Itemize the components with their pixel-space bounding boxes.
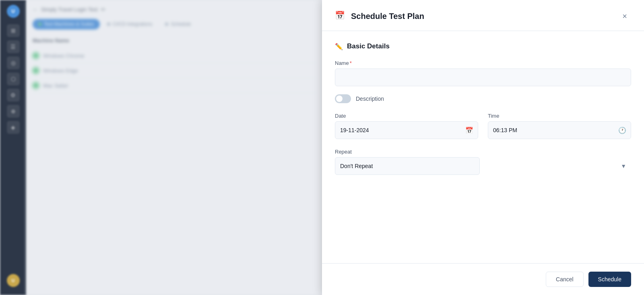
modal-body: ✏️ Basic Details Name* Description Date	[322, 31, 644, 263]
repeat-group: Repeat Don't Repeat Daily Weekly Monthly…	[335, 149, 631, 175]
repeat-select[interactable]: Don't Repeat Daily Weekly Monthly	[335, 157, 480, 175]
date-group: Date 📅	[335, 113, 478, 139]
tab-dot	[38, 23, 41, 26]
description-label: Description	[356, 96, 384, 102]
tabs-row: Test Machines & Suites CI/CD Integration…	[33, 19, 316, 29]
cancel-button[interactable]: Cancel	[546, 272, 584, 287]
machine-name-2: Windows Edge	[43, 68, 78, 74]
time-group: Time 🕐	[488, 113, 631, 139]
sidebar-icon-hex[interactable]: ⬡	[7, 73, 20, 85]
machine-row-3: Mac Safari	[33, 78, 316, 93]
sidebar-icon-list[interactable]: ☰	[7, 40, 20, 53]
modal-title: Schedule Test Plan	[351, 12, 424, 21]
back-arrow-icon: ←	[33, 6, 38, 12]
section-heading: Basic Details	[347, 42, 390, 50]
edit-icon: ✏	[101, 6, 105, 12]
name-input[interactable]	[335, 69, 631, 86]
background-panel: U ⊞ ☰ ◎ ⬡ ⚙ ⊕ ◈ U ← Simply Travel Login …	[0, 0, 322, 295]
pencil-icon: ✏️	[335, 43, 343, 50]
schedule-modal: 📅 Schedule Test Plan × ✏️ Basic Details …	[322, 0, 644, 295]
modal-title-group: 📅 Schedule Test Plan	[335, 10, 424, 22]
name-label: Name*	[335, 60, 631, 66]
schedule-button[interactable]: Schedule	[588, 272, 631, 287]
calendar-icon: 📅	[335, 10, 346, 22]
date-time-row: Date 📅 Time 🕐	[335, 113, 631, 139]
page-title: Simply Travel Login Test	[41, 6, 98, 12]
tab-machines[interactable]: Test Machines & Suites	[33, 19, 100, 29]
main-content-bg: ← Simply Travel Login Test ✏ Test Machin…	[26, 0, 322, 295]
machine-name-3: Mac Safari	[43, 83, 68, 89]
avatar: U	[7, 5, 20, 18]
tab-cicd[interactable]: CI/CD Integrations	[101, 19, 158, 29]
machine-row-2: Windows Edge	[33, 63, 316, 78]
date-label: Date	[335, 113, 478, 119]
time-input[interactable]	[488, 121, 631, 139]
bottom-avatar[interactable]: U	[7, 274, 20, 287]
machine-name-1: Windows Chrome	[43, 53, 85, 59]
sidebar-icon-plus[interactable]: ⊕	[7, 105, 20, 118]
basic-details-section-header: ✏️ Basic Details	[335, 42, 631, 50]
tab-dot-3	[165, 23, 168, 26]
sidebar-icon-gear[interactable]: ⚙	[7, 89, 20, 102]
sidebar: U ⊞ ☰ ◎ ⬡ ⚙ ⊕ ◈ U	[0, 0, 26, 295]
date-input[interactable]	[335, 121, 478, 139]
sidebar-icon-circle[interactable]: ◎	[7, 56, 20, 69]
description-toggle[interactable]	[335, 94, 351, 103]
machine-indicator-1	[33, 52, 39, 59]
modal-footer: Cancel Schedule	[322, 263, 644, 295]
time-label: Time	[488, 113, 631, 119]
name-field-group: Name*	[335, 60, 631, 86]
machine-row-1: Windows Chrome	[33, 48, 316, 63]
sidebar-icon-grid[interactable]: ⊞	[7, 24, 20, 37]
description-row: Description	[335, 94, 631, 103]
toggle-slider	[335, 94, 351, 103]
machine-indicator-2	[33, 67, 39, 74]
required-marker: *	[350, 60, 352, 66]
tab-schedule[interactable]: Schedule	[159, 19, 196, 29]
page-header: ← Simply Travel Login Test ✏	[33, 6, 316, 12]
machine-indicator-3	[33, 82, 39, 89]
close-button[interactable]: ×	[618, 10, 631, 23]
time-input-wrapper: 🕐	[488, 121, 631, 139]
tab-dot-2	[107, 23, 110, 26]
modal-header: 📅 Schedule Test Plan ×	[322, 0, 644, 31]
sidebar-icon-diamond[interactable]: ◈	[7, 121, 20, 134]
select-chevron-icon: ▼	[621, 163, 626, 169]
repeat-select-wrapper: Don't Repeat Daily Weekly Monthly ▼	[335, 157, 631, 175]
date-input-wrapper: 📅	[335, 121, 478, 139]
repeat-label: Repeat	[335, 149, 631, 155]
machine-section-title: Machine Name	[33, 37, 316, 44]
